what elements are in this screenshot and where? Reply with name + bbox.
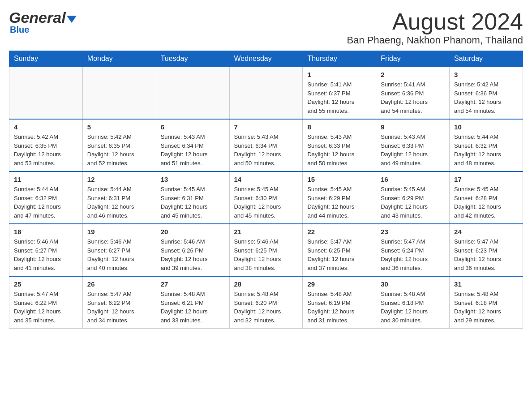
- day-info: Sunrise: 5:43 AMSunset: 6:34 PMDaylight:…: [161, 133, 225, 167]
- col-wednesday: Wednesday: [229, 51, 303, 67]
- day-number: 26: [87, 280, 151, 288]
- month-title: August 2024: [347, 9, 523, 34]
- calendar-cell: 2Sunrise: 5:41 AMSunset: 6:36 PMDaylight…: [376, 67, 450, 119]
- calendar-header-row: Sunday Monday Tuesday Wednesday Thursday…: [9, 51, 523, 67]
- calendar-cell: 12Sunrise: 5:44 AMSunset: 6:31 PMDayligh…: [82, 171, 156, 224]
- day-info: Sunrise: 5:44 AMSunset: 6:32 PMDaylight:…: [454, 133, 518, 167]
- day-info: Sunrise: 5:48 AMSunset: 6:20 PMDaylight:…: [234, 290, 298, 325]
- day-number: 11: [14, 176, 78, 183]
- day-number: 13: [161, 176, 225, 183]
- calendar-cell: 18Sunrise: 5:46 AMSunset: 6:27 PMDayligh…: [9, 224, 83, 276]
- day-number: 19: [87, 228, 151, 235]
- title-block: August 2024 Ban Phaeng, Nakhon Phanom, T…: [347, 9, 523, 46]
- calendar-cell: 1Sunrise: 5:41 AMSunset: 6:37 PMDaylight…: [303, 67, 376, 119]
- logo-blue-text: Blue: [10, 25, 29, 35]
- col-sunday: Sunday: [9, 51, 83, 67]
- calendar-cell: [82, 67, 156, 119]
- day-number: 7: [234, 123, 298, 131]
- calendar-cell: 21Sunrise: 5:46 AMSunset: 6:25 PMDayligh…: [229, 224, 303, 276]
- day-info: Sunrise: 5:47 AMSunset: 6:24 PMDaylight:…: [381, 237, 445, 272]
- calendar-cell: 5Sunrise: 5:42 AMSunset: 6:35 PMDaylight…: [82, 119, 156, 171]
- day-info: Sunrise: 5:41 AMSunset: 6:37 PMDaylight:…: [307, 80, 371, 115]
- col-tuesday: Tuesday: [156, 51, 229, 67]
- calendar-cell: 17Sunrise: 5:45 AMSunset: 6:28 PMDayligh…: [450, 171, 523, 224]
- day-number: 31: [454, 280, 518, 288]
- calendar-week-row: 1Sunrise: 5:41 AMSunset: 6:37 PMDaylight…: [9, 67, 523, 119]
- day-number: 4: [14, 123, 78, 131]
- day-number: 10: [454, 123, 518, 131]
- calendar-cell: 27Sunrise: 5:48 AMSunset: 6:21 PMDayligh…: [156, 276, 229, 329]
- day-number: 30: [381, 280, 445, 288]
- day-info: Sunrise: 5:42 AMSunset: 6:35 PMDaylight:…: [14, 133, 78, 167]
- day-number: 3: [454, 71, 518, 78]
- calendar-cell: [229, 67, 303, 119]
- calendar-cell: 22Sunrise: 5:47 AMSunset: 6:25 PMDayligh…: [303, 224, 376, 276]
- calendar-cell: 14Sunrise: 5:45 AMSunset: 6:30 PMDayligh…: [229, 171, 303, 224]
- day-info: Sunrise: 5:42 AMSunset: 6:35 PMDaylight:…: [87, 133, 151, 167]
- day-info: Sunrise: 5:46 AMSunset: 6:26 PMDaylight:…: [161, 237, 225, 272]
- day-info: Sunrise: 5:45 AMSunset: 6:29 PMDaylight:…: [381, 185, 445, 220]
- day-number: 28: [234, 280, 298, 288]
- day-info: Sunrise: 5:45 AMSunset: 6:31 PMDaylight:…: [161, 185, 225, 220]
- calendar-cell: 10Sunrise: 5:44 AMSunset: 6:32 PMDayligh…: [450, 119, 523, 171]
- calendar-table: Sunday Monday Tuesday Wednesday Thursday…: [9, 51, 523, 329]
- calendar-cell: [156, 67, 229, 119]
- calendar-cell: 26Sunrise: 5:47 AMSunset: 6:22 PMDayligh…: [82, 276, 156, 329]
- day-number: 6: [161, 123, 225, 131]
- day-info: Sunrise: 5:48 AMSunset: 6:19 PMDaylight:…: [307, 290, 371, 325]
- day-number: 16: [381, 176, 445, 183]
- day-info: Sunrise: 5:46 AMSunset: 6:27 PMDaylight:…: [14, 237, 78, 272]
- day-number: 12: [87, 176, 151, 183]
- day-info: Sunrise: 5:42 AMSunset: 6:36 PMDaylight:…: [454, 80, 518, 115]
- day-number: 8: [307, 123, 371, 131]
- day-number: 2: [381, 71, 445, 78]
- day-number: 27: [161, 280, 225, 288]
- calendar-cell: 25Sunrise: 5:47 AMSunset: 6:22 PMDayligh…: [9, 276, 83, 329]
- calendar-cell: 28Sunrise: 5:48 AMSunset: 6:20 PMDayligh…: [229, 276, 303, 329]
- day-number: 25: [14, 280, 78, 288]
- col-saturday: Saturday: [450, 51, 523, 67]
- day-info: Sunrise: 5:46 AMSunset: 6:27 PMDaylight:…: [87, 237, 151, 272]
- day-number: 15: [307, 176, 371, 183]
- day-info: Sunrise: 5:45 AMSunset: 6:29 PMDaylight:…: [307, 185, 371, 220]
- day-number: 18: [14, 228, 78, 235]
- svg-marker-0: [67, 16, 77, 23]
- page-header: General Blue August 2024 Ban Phaeng, Nak…: [9, 9, 523, 46]
- logo-triangle-icon: [67, 14, 77, 24]
- calendar-cell: 31Sunrise: 5:48 AMSunset: 6:18 PMDayligh…: [450, 276, 523, 329]
- day-info: Sunrise: 5:41 AMSunset: 6:36 PMDaylight:…: [381, 80, 445, 115]
- day-number: 20: [161, 228, 225, 235]
- day-info: Sunrise: 5:48 AMSunset: 6:18 PMDaylight:…: [454, 290, 518, 325]
- calendar-cell: 4Sunrise: 5:42 AMSunset: 6:35 PMDaylight…: [9, 119, 83, 171]
- day-number: 24: [454, 228, 518, 235]
- day-info: Sunrise: 5:44 AMSunset: 6:32 PMDaylight:…: [14, 185, 78, 220]
- calendar-week-row: 18Sunrise: 5:46 AMSunset: 6:27 PMDayligh…: [9, 224, 523, 276]
- day-info: Sunrise: 5:43 AMSunset: 6:33 PMDaylight:…: [381, 133, 445, 167]
- day-info: Sunrise: 5:47 AMSunset: 6:22 PMDaylight:…: [87, 290, 151, 325]
- calendar-cell: [9, 67, 83, 119]
- day-info: Sunrise: 5:46 AMSunset: 6:25 PMDaylight:…: [234, 237, 298, 272]
- calendar-cell: 15Sunrise: 5:45 AMSunset: 6:29 PMDayligh…: [303, 171, 376, 224]
- day-info: Sunrise: 5:47 AMSunset: 6:22 PMDaylight:…: [14, 290, 78, 325]
- col-thursday: Thursday: [303, 51, 376, 67]
- day-number: 9: [381, 123, 445, 131]
- day-number: 22: [307, 228, 371, 235]
- calendar-cell: 9Sunrise: 5:43 AMSunset: 6:33 PMDaylight…: [376, 119, 450, 171]
- logo-general-text: General: [9, 9, 66, 26]
- logo: General Blue: [9, 9, 77, 35]
- day-number: 21: [234, 228, 298, 235]
- location-title: Ban Phaeng, Nakhon Phanom, Thailand: [347, 34, 523, 46]
- day-info: Sunrise: 5:43 AMSunset: 6:33 PMDaylight:…: [307, 133, 371, 167]
- day-info: Sunrise: 5:47 AMSunset: 6:23 PMDaylight:…: [454, 237, 518, 272]
- calendar-cell: 30Sunrise: 5:48 AMSunset: 6:18 PMDayligh…: [376, 276, 450, 329]
- day-number: 5: [87, 123, 151, 131]
- day-number: 14: [234, 176, 298, 183]
- calendar-week-row: 11Sunrise: 5:44 AMSunset: 6:32 PMDayligh…: [9, 171, 523, 224]
- calendar-cell: 20Sunrise: 5:46 AMSunset: 6:26 PMDayligh…: [156, 224, 229, 276]
- day-number: 29: [307, 280, 371, 288]
- calendar-cell: 11Sunrise: 5:44 AMSunset: 6:32 PMDayligh…: [9, 171, 83, 224]
- calendar-cell: 7Sunrise: 5:43 AMSunset: 6:34 PMDaylight…: [229, 119, 303, 171]
- day-number: 17: [454, 176, 518, 183]
- day-info: Sunrise: 5:43 AMSunset: 6:34 PMDaylight:…: [234, 133, 298, 167]
- col-monday: Monday: [82, 51, 156, 67]
